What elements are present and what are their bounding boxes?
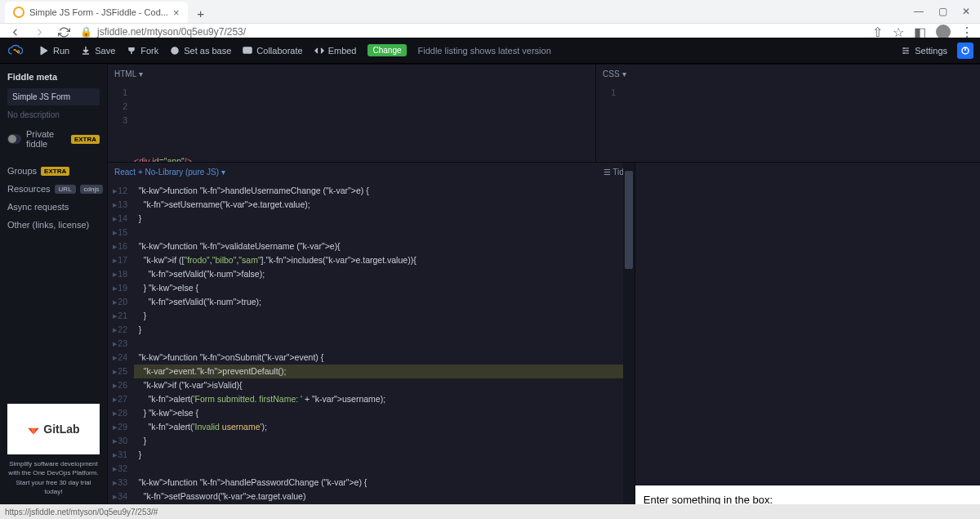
js-editor[interactable]: ▸12▸13▸14▸15▸16▸17▸18▸19▸20▸21▸22▸23▸24▸… <box>108 181 635 504</box>
fiddle-title-input[interactable]: Simple JS Form <box>7 88 100 105</box>
css-editor[interactable]: 1 <box>596 83 980 162</box>
window-controls: — ▢ ✕ <box>914 0 980 23</box>
chevron-down-icon[interactable]: ▾ <box>622 69 626 78</box>
sidebar-item-other[interactable]: Other (links, license) <box>7 216 100 234</box>
sidebar: Fiddle meta Simple JS Form No descriptio… <box>0 64 107 504</box>
tab-title: Simple JS Form - JSFiddle - Cod... <box>29 7 168 17</box>
html-pane: HTML▾ 123 <div id="app"/> <box>107 64 595 162</box>
gitlab-ad[interactable]: GitLab <box>7 404 100 454</box>
gitlab-icon <box>27 423 40 436</box>
jsfiddle-favicon <box>13 7 24 18</box>
jsfiddle-app: Run Save Fork Set as base Collaborate Em… <box>0 38 980 519</box>
private-toggle-row: Private fiddle EXTRA <box>7 129 100 149</box>
minimize-window-icon[interactable]: — <box>914 6 924 17</box>
sidebar-item-groups[interactable]: GroupsEXTRA <box>7 162 100 180</box>
js-pane: React + No-Library (pure JS)▾ ☰ Tidy ▸12… <box>107 162 635 504</box>
chevron-down-icon[interactable]: ▾ <box>221 168 225 177</box>
embed-button[interactable]: Embed <box>314 46 357 56</box>
extra-badge: EXTRA <box>71 135 100 144</box>
url-text: jsfiddle.net/mtyson/0q5eu9y7/253/ <box>97 26 246 38</box>
url-field[interactable]: 🔒 jsfiddle.net/mtyson/0q5eu9y7/253/ <box>80 26 864 38</box>
new-tab-button[interactable]: + <box>193 5 209 21</box>
set-as-base-button[interactable]: Set as base <box>170 46 231 56</box>
js-pane-label[interactable]: React + No-Library (pure JS) <box>114 168 219 177</box>
css-pane-label[interactable]: CSS <box>603 69 620 78</box>
app-toolbar: Run Save Fork Set as base Collaborate Em… <box>0 38 980 64</box>
close-window-icon[interactable]: ✕ <box>962 6 970 17</box>
close-tab-icon[interactable]: × <box>173 7 180 19</box>
editors-container: HTML▾ 123 <div id="app"/> CSS▾ 1 <box>107 64 980 504</box>
change-badge[interactable]: Change <box>368 44 406 56</box>
tab-strip: Simple JS Form - JSFiddle - Cod... × + —… <box>0 0 980 23</box>
css-pane: CSS▾ 1 <box>595 64 980 162</box>
listing-message: Fiddle listing shows latest version <box>418 46 551 56</box>
html-editor[interactable]: 123 <div id="app"/> <box>108 83 595 162</box>
fork-button[interactable]: Fork <box>127 46 158 56</box>
gitlab-ad-text: Simplify software development with the O… <box>7 459 100 496</box>
maximize-window-icon[interactable]: ▢ <box>938 6 947 17</box>
power-button[interactable] <box>957 43 973 59</box>
sidebar-item-async[interactable]: Async requests <box>7 198 100 216</box>
run-button[interactable]: Run <box>39 46 69 56</box>
result-pane: Enter something in the box: Submit Conso… <box>635 162 980 504</box>
private-toggle[interactable] <box>7 134 21 144</box>
browser-tab[interactable]: Simple JS Form - JSFiddle - Cod... × <box>5 2 188 23</box>
browser-chrome: Simple JS Form - JSFiddle - Cod... × + —… <box>0 0 980 38</box>
lock-icon: 🔒 <box>80 26 92 38</box>
chevron-down-icon[interactable]: ▾ <box>139 69 143 78</box>
jsfiddle-logo[interactable] <box>7 43 28 58</box>
forward-button[interactable] <box>31 24 47 40</box>
fiddle-meta-title: Fiddle meta <box>7 72 100 82</box>
preview-label: Enter something in the box: <box>644 494 980 504</box>
collaborate-button[interactable]: Collaborate <box>243 46 302 56</box>
sidebar-item-resources[interactable]: ResourcesURLcdnjs <box>7 180 100 198</box>
svg-point-0 <box>172 47 178 54</box>
js-scrollbar[interactable] <box>623 181 635 504</box>
svg-rect-1 <box>243 47 252 53</box>
fiddle-description[interactable]: No description <box>7 110 100 119</box>
preview-iframe[interactable]: Enter something in the box: Submit <box>635 485 980 504</box>
save-button[interactable]: Save <box>81 46 115 56</box>
html-pane-label[interactable]: HTML <box>114 69 136 78</box>
private-label: Private fiddle <box>26 129 66 149</box>
settings-button[interactable]: Settings <box>901 46 947 56</box>
browser-status-bar: https://jsfiddle.net/mtyson/0q5eu9y7/253… <box>0 504 980 519</box>
